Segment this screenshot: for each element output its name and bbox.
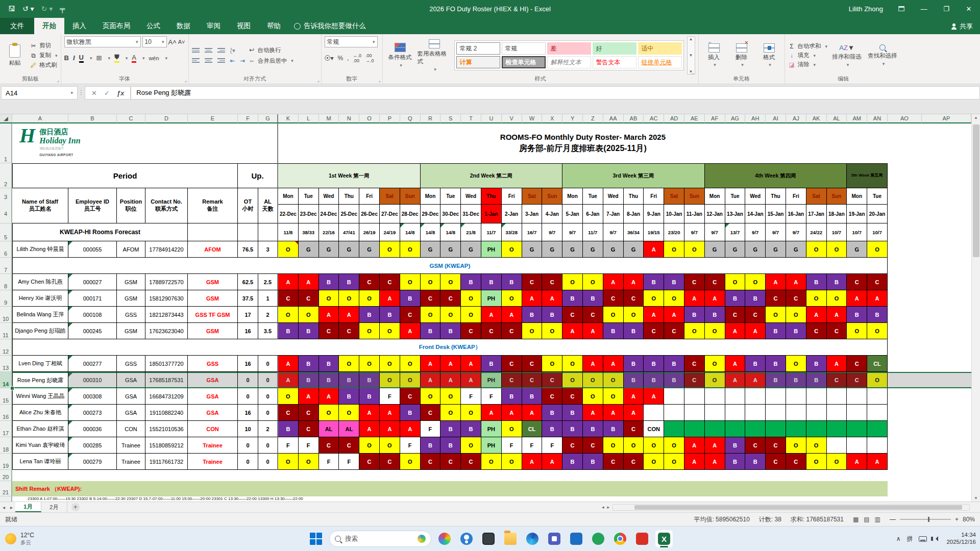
shift-cell[interactable]: A [359,405,380,421]
shift-cell[interactable]: B [766,323,786,339]
shift-cell[interactable]: B [440,421,461,437]
staff-remark[interactable]: GSA [188,405,238,421]
day-date-2-Jan[interactable]: Fri2-Jan [502,188,522,223]
shift-cell[interactable]: C [461,454,481,470]
find-select-button[interactable]: 查找和选择▾ [866,36,899,74]
gallery-scroll[interactable]: ▲▼▼̲ [687,36,695,74]
shift-cell[interactable]: A [319,388,339,405]
shift-cell[interactable]: O [359,290,380,307]
ime-language[interactable]: 拼 [906,535,913,543]
column-header-Q[interactable]: Q [400,114,421,123]
shift-cell[interactable]: O [725,274,746,290]
shift-cell[interactable]: PH [481,290,502,307]
shift-cell[interactable]: G [624,241,644,258]
column-header-AK[interactable]: AK [806,114,827,123]
column-header-AJ[interactable]: AJ [786,114,806,123]
shift-cell[interactable]: O [827,290,847,307]
format-as-table-button[interactable]: 套用表格格式▾ [418,36,451,74]
forecast-29-Dec[interactable]: 14/8 [421,223,441,241]
shift-cell[interactable]: B [522,388,543,405]
shift-cell[interactable]: O [421,388,441,405]
style-warning[interactable]: 警告文本 [593,56,636,68]
shift-cell[interactable]: B [278,421,299,437]
staff-contact[interactable]: 15180859212 [145,437,188,454]
shift-cell[interactable]: C [278,405,299,421]
shift-cell[interactable]: O [705,372,725,388]
shift-cell[interactable]: G [359,241,380,258]
shift-cell[interactable]: A [847,454,867,470]
column-header-F[interactable]: F [238,114,258,123]
forecast-label[interactable]: KWEAP-HI Rooms Forecast [12,223,188,241]
shift-cell[interactable]: B [766,356,786,372]
shift-cell[interactable]: A [380,405,400,421]
empty-cell[interactable] [888,290,922,307]
shift-cell[interactable]: A [461,372,481,388]
shift-cell[interactable] [766,388,786,405]
enter-icon[interactable]: ✓ [104,89,110,97]
staff-position[interactable]: GSA [117,372,145,388]
column-header-AC[interactable]: AC [644,114,664,123]
app-red[interactable] [633,530,651,547]
shift-cell[interactable]: A [624,388,644,405]
shift-cell[interactable]: B [440,323,461,339]
staff-id[interactable]: 000245 [68,323,117,339]
day-date-23-Dec[interactable]: Tue23-Dec [299,188,319,223]
empty-cell[interactable] [888,437,922,454]
shift-cell[interactable]: B [380,307,400,323]
tab-review[interactable]: 审阅 [199,18,229,34]
forecast-16-Jan[interactable]: 9/7 [786,223,806,241]
shift-cell[interactable]: F [421,421,441,437]
shift-cell[interactable]: B [299,356,319,372]
period-header[interactable]: Period [12,163,238,188]
sheet-nav-left-icon[interactable]: ◂ [0,505,8,510]
row-header-13[interactable]: 13 [0,356,12,372]
shift-cell[interactable]: O [319,290,339,307]
shift-cell[interactable]: G [847,241,867,258]
shift-cell[interactable] [664,388,684,405]
shift-cell[interactable]: C [705,274,725,290]
shift-cell[interactable]: G [339,241,359,258]
start-button[interactable] [307,530,325,547]
staff-remark[interactable]: GSM [188,323,238,339]
staff-id[interactable]: 000027 [68,274,117,290]
shift-cell[interactable]: O [745,274,766,290]
shift-cell[interactable]: G [786,241,806,258]
week-band-3[interactable]: 3rd Week 第三周 [562,163,705,188]
shift-cell[interactable]: C [502,323,522,339]
empty-cell[interactable] [888,163,922,188]
italic-button[interactable]: I [73,54,75,62]
shift-cell[interactable]: O [786,356,806,372]
column-header-T[interactable]: T [461,114,481,123]
shift-cell[interactable]: C [522,274,543,290]
shift-cell[interactable]: O [440,274,461,290]
staff-name[interactable]: Ethan Zhao 赵梓淇 [12,421,68,437]
forecast-6-Jan[interactable]: 11/7 [583,223,603,241]
staff-id[interactable]: 000171 [68,290,117,307]
staff-id[interactable]: 000277 [68,356,117,372]
shift-cell[interactable]: O [562,356,583,372]
shift-cell[interactable]: AL [319,421,339,437]
shift-cell[interactable]: C [827,323,847,339]
shift-cell[interactable]: A [705,437,725,454]
shift-cell[interactable]: C [380,454,400,470]
app-chrome[interactable] [611,530,629,547]
blank-row[interactable] [12,470,971,481]
shift-cell[interactable]: A [481,307,502,323]
shift-cell[interactable]: B [359,307,380,323]
shift-cell[interactable]: O [278,388,299,405]
shift-cell[interactable]: C [421,290,441,307]
shift-cell[interactable]: O [583,372,603,388]
shift-cell[interactable]: C [745,437,766,454]
forecast-20-Jan[interactable]: 10/7 [867,223,888,241]
empty-cell[interactable] [888,323,922,339]
row-header-12[interactable]: 12 [0,339,12,356]
shift-cell[interactable]: F [299,437,319,454]
shift-cell[interactable]: B [278,323,299,339]
shift-cell[interactable]: B [745,356,766,372]
shift-cell[interactable]: B [562,405,583,421]
cancel-icon[interactable]: ✕ [91,89,97,97]
tab-insert[interactable]: 插入 [64,18,94,34]
shift-cell[interactable] [725,421,746,437]
column-header-Z[interactable]: Z [583,114,603,123]
tray-caret-icon[interactable]: ∧ [896,535,901,542]
